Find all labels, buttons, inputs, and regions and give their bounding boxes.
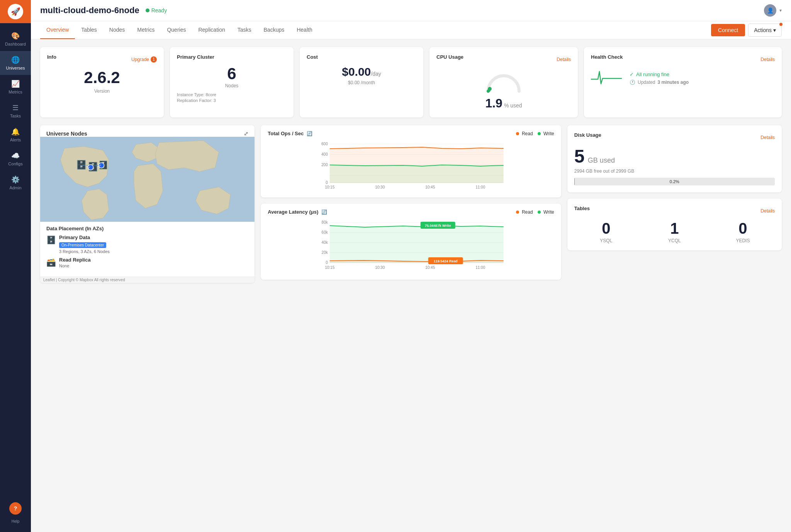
cpu-details-link[interactable]: Details (557, 57, 571, 62)
tab-tasks[interactable]: Tasks (231, 21, 258, 39)
svg-text:0: 0 (326, 260, 328, 265)
primary-data-icon: 🗄️ (46, 235, 56, 245)
tab-health[interactable]: Health (290, 21, 318, 39)
info-card: Info Upgrade 1 2.6.2 Version (40, 47, 164, 117)
ysql-stat: 0 YSQL (574, 220, 638, 243)
ops-refresh-icon[interactable]: 🔄 (307, 131, 312, 136)
health-status: ✓ All running fine 🕐 Updated 3 minutes a… (630, 71, 689, 85)
version-label: Version (47, 88, 157, 94)
data-placement: Data Placement (In AZs) 🗄️ Primary Data … (40, 222, 255, 277)
cost-monthly: $0.00 /month (307, 80, 416, 85)
nodes-label: Nodes (177, 83, 287, 88)
tab-metrics[interactable]: Metrics (131, 21, 161, 39)
sidebar-logo: 🚀 (0, 0, 31, 23)
connect-button[interactable]: Connect (711, 24, 745, 36)
ysql-label: YSQL (574, 238, 638, 243)
latency-chart-card: Average Latency (μs) 🔄 Read Write (261, 204, 561, 280)
sidebar-item-metrics[interactable]: 📈 Metrics (0, 75, 31, 99)
svg-marker-20 (330, 165, 504, 183)
tab-queries[interactable]: Queries (161, 21, 192, 39)
svg-text:20k: 20k (322, 250, 328, 255)
replication-value: 3 (214, 98, 216, 103)
disk-free-text: 2994 GB free out of 2999 GB (574, 168, 775, 174)
cpu-gauge (436, 66, 571, 93)
configs-icon: ☁️ (11, 151, 20, 160)
svg-text:75.04487k Write: 75.04487k Write (425, 224, 451, 228)
sidebar-item-admin[interactable]: ⚙️ Admin (0, 171, 31, 195)
sidebar-item-alerts[interactable]: 🔔 Alerts (0, 123, 31, 147)
primary-data-label: Primary Data (59, 235, 110, 240)
tab-tables[interactable]: Tables (75, 21, 103, 39)
health-check-icon: ✓ (630, 71, 634, 77)
tables-card: Tables Details 0 YSQL 1 YCQL 0 (567, 199, 782, 250)
cost-title: Cost (307, 54, 416, 60)
status-dot (146, 8, 149, 12)
read-dot (516, 132, 519, 135)
latency-read-dot (516, 211, 519, 214)
tab-backups[interactable]: Backups (258, 21, 291, 39)
sidebar-item-configs[interactable]: ☁️ Configs (0, 147, 31, 171)
replication-label: Replication Factor: (177, 98, 212, 103)
sidebar-item-label: Universes (6, 66, 25, 70)
ops-chart-header: Total Ops / Sec 🔄 Read Write (268, 131, 554, 136)
status-badge: Ready (146, 7, 167, 14)
ops-chart-title: Total Ops / Sec (268, 131, 304, 136)
user-dropdown-icon[interactable]: ▾ (779, 8, 782, 13)
read-replica-label: Read Replica (59, 257, 91, 263)
svg-text:10:45: 10:45 (425, 265, 435, 270)
health-details-link[interactable]: Details (760, 57, 775, 62)
svg-text:10:15: 10:15 (325, 265, 334, 270)
world-map-svg: 🗄️ 🗄️ ✓ 🗄️ ✓ (40, 137, 255, 222)
svg-text:200: 200 (321, 163, 328, 167)
right-column: Disk Usage Details 5 GB used 2994 GB fre… (567, 125, 782, 283)
expand-button[interactable]: ⤢ (244, 131, 248, 137)
main-content: multi-cloud-demo-6node Ready 👤 ▾ Overvie… (31, 0, 791, 532)
charts-column: Total Ops / Sec 🔄 Read Write (261, 125, 561, 283)
cpu-value: 1.9 (485, 96, 502, 110)
sidebar-item-label: Metrics (8, 90, 22, 94)
latency-refresh-icon[interactable]: 🔄 (321, 209, 327, 215)
latency-write-dot (538, 211, 541, 214)
yedis-value: 0 (711, 220, 775, 237)
sidebar-item-tasks[interactable]: ☰ Tasks (0, 99, 31, 123)
sidebar-item-label: Alerts (10, 138, 21, 142)
latency-chart-title: Average Latency (μs) (268, 209, 318, 215)
sidebar-item-label: Admin (9, 185, 21, 190)
primary-cluster-title: Primary Cluster (177, 54, 287, 60)
sidebar-item-dashboard[interactable]: 🎨 Dashboard (0, 27, 31, 51)
ops-read-legend: Read (516, 131, 533, 136)
instance-type-value: 8core (205, 92, 216, 97)
latency-write-legend: Write (538, 209, 554, 215)
sidebar-item-universes[interactable]: 🌐 Universes (0, 51, 31, 75)
svg-text:✓: ✓ (99, 164, 102, 167)
health-body: ✓ All running fine 🕐 Updated 3 minutes a… (591, 68, 775, 88)
tables-details-link[interactable]: Details (760, 208, 775, 214)
ops-legend: Read Write (516, 131, 554, 136)
svg-text:40k: 40k (322, 240, 328, 245)
svg-marker-35 (330, 226, 504, 263)
page-content: Info Upgrade 1 2.6.2 Version Primary Clu… (31, 39, 791, 532)
cpu-title: CPU Usage (436, 54, 463, 60)
tab-overview[interactable]: Overview (40, 21, 75, 39)
logo-icon: 🚀 (8, 4, 23, 19)
cpu-card: CPU Usage Details 1.9 % used (429, 47, 578, 117)
help-label: Help (12, 519, 20, 524)
health-updated: Updated (638, 80, 655, 85)
user-avatar[interactable]: 👤 (764, 4, 776, 17)
map-footer: Leaflet | Copyright © Mapbox All rights … (40, 277, 255, 283)
disk-details-link[interactable]: Details (760, 135, 775, 140)
disk-progress: 0.2% (574, 178, 775, 185)
health-title: Health Check (591, 54, 623, 60)
top-bar: multi-cloud-demo-6node Ready 👤 ▾ (31, 0, 791, 21)
actions-button[interactable]: Actions ▾ (748, 24, 782, 37)
disk-progress-bar (574, 178, 575, 185)
nav-tabs: Overview Tables Nodes Metrics Queries Re… (31, 21, 791, 39)
upgrade-badge[interactable]: Upgrade 1 (131, 56, 157, 63)
dashboard-icon: 🎨 (11, 32, 20, 40)
tab-nodes[interactable]: Nodes (103, 21, 131, 39)
cost-value: $0.00 (342, 65, 371, 78)
actions-notification-dot (779, 23, 783, 26)
tab-replication[interactable]: Replication (192, 21, 231, 39)
read-replica-icon: 🗃️ (46, 258, 56, 267)
help-button[interactable]: ? (9, 502, 22, 515)
